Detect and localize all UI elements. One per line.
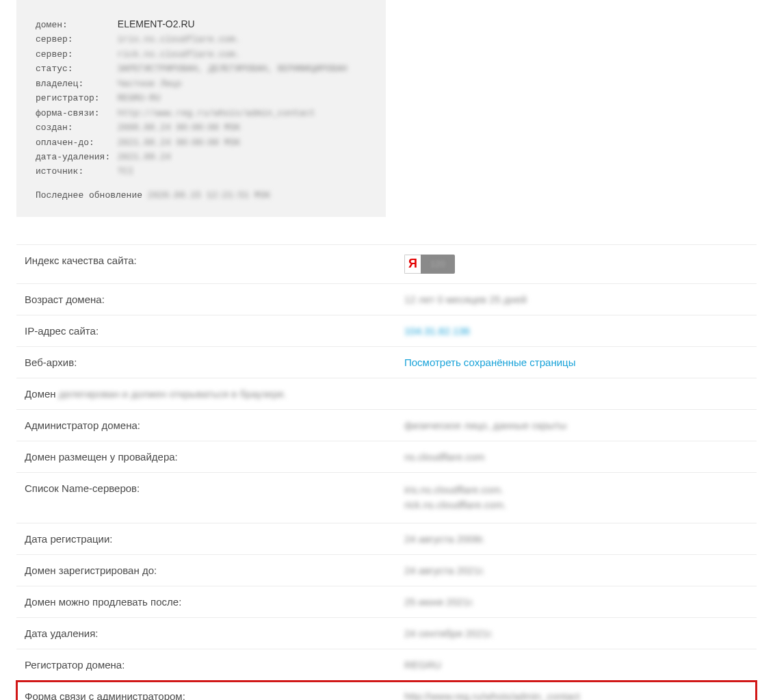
whois-row: статус: ЗАРЕГИСТРИРОВАН, ДЕЛЕГИРОВАН, ВЕ… <box>36 62 367 76</box>
label-renew-after: Домен можно продлевать после: <box>25 596 404 608</box>
label-provider: Домен размещен у провайдера: <box>25 451 404 463</box>
row-nameservers: Список Name-серверов: iris.ns.cloudflare… <box>16 473 757 523</box>
whois-label: сервер: <box>36 47 112 62</box>
whois-row: источник: TCI <box>36 164 367 179</box>
row-registered-until: Домен зарегистрирован до: 24 августа 202… <box>16 555 757 586</box>
whois-label: оплачен-до: <box>36 135 112 150</box>
row-registrar: Регистратор домена: REGRU <box>16 649 757 681</box>
whois-label: создан: <box>36 120 112 135</box>
row-site-quality: Индекс качества сайта: Я 120 <box>16 244 757 284</box>
value-web-archive[interactable]: Посмотреть сохранённые страницы <box>404 357 748 368</box>
whois-value: TCI <box>118 164 133 179</box>
whois-value: http://www.reg.ru/whois/admin_contact <box>118 106 315 120</box>
yandex-score: 120 <box>421 259 455 269</box>
label-domain-age: Возраст домена: <box>25 294 404 305</box>
row-renew-after: Домен можно продлевать после: 25 июня 20… <box>16 586 757 618</box>
label-web-archive: Веб-архив: <box>25 357 404 368</box>
label-registered-until: Домен зарегистрирован до: <box>25 565 404 576</box>
whois-label: домен: <box>36 18 112 32</box>
whois-value-domain: ELEMENT-O2.RU <box>118 16 195 32</box>
delegated-rest: делегирован и должен открываться в брауз… <box>59 388 287 400</box>
whois-update-label: Последнее обновление <box>36 190 142 200</box>
whois-value: REGRU-RU <box>118 91 160 105</box>
yandex-icon: Я <box>404 255 421 274</box>
whois-row: сервер: rick.ns.cloudflare.com. <box>36 47 367 62</box>
label-admin-contact-form: Форма связи с администратором: <box>25 690 404 700</box>
value-registration-date: 24 августа 2008г. <box>404 533 748 545</box>
value-deletion-date: 24 сентября 2021г. <box>404 627 748 639</box>
whois-label: регистратор: <box>36 91 112 105</box>
label-nameservers: Список Name-серверов: <box>25 482 404 494</box>
whois-label: сервер: <box>36 32 112 47</box>
whois-rows: домен: ELEMENT-O2.RU сервер: iris.ns.clo… <box>36 16 367 179</box>
whois-update-value: 2020.09.15 12:21:51 MSK <box>148 190 270 200</box>
row-web-archive: Веб-архив: Посмотреть сохранённые страни… <box>16 347 757 378</box>
row-admin-contact-form: Форма связи с администратором: http://ww… <box>16 681 757 700</box>
whois-value: 2021.08.24 00:00:00 MSK <box>118 135 240 150</box>
whois-row-domain: домен: ELEMENT-O2.RU <box>36 16 367 32</box>
value-nameservers: iris.ns.cloudflare.com. rick.ns.cloudfla… <box>404 482 748 513</box>
row-delegated: Домен делегирован и должен открываться в… <box>16 378 757 410</box>
whois-value: rick.ns.cloudflare.com. <box>118 47 240 62</box>
whois-label: форма-связи: <box>36 106 112 120</box>
label-site-quality: Индекс качества сайта: <box>25 255 404 266</box>
whois-row: форма-связи: http://www.reg.ru/whois/adm… <box>36 106 367 120</box>
value-site-quality: Я 120 <box>404 255 748 274</box>
whois-value: 2008.08.24 00:00:00 MSK <box>118 120 240 135</box>
label-registration-date: Дата регистрации: <box>25 533 404 545</box>
row-domain-age: Возраст домена: 12 лет 0 месяцев 25 дней <box>16 284 757 315</box>
row-registration-date: Дата регистрации: 24 августа 2008г. <box>16 523 757 555</box>
whois-value: ЗАРЕГИСТРИРОВАН, ДЕЛЕГИРОВАН, ВЕРИФИЦИРО… <box>118 62 347 76</box>
whois-row: создан: 2008.08.24 00:00:00 MSK <box>36 120 367 135</box>
whois-label: статус: <box>36 62 112 76</box>
whois-row: сервер: iris.ns.cloudflare.com. <box>36 32 367 47</box>
value-ip-address[interactable]: 104.31.82.136 <box>404 325 748 337</box>
whois-label: владелец: <box>36 77 112 91</box>
value-renew-after: 25 июня 2021г. <box>404 596 748 608</box>
whois-panel: домен: ELEMENT-O2.RU сервер: iris.ns.clo… <box>16 0 386 217</box>
archive-link[interactable]: Посмотреть сохранённые страницы <box>404 357 575 368</box>
row-admin: Администратор домена: физическое лицо, д… <box>16 410 757 441</box>
value-admin: физическое лицо, данные скрыты <box>404 419 748 431</box>
value-registrar: REGRU <box>404 659 748 671</box>
domain-info-list: Индекс качества сайта: Я 120 Возраст дом… <box>16 244 757 700</box>
label-admin: Администратор домена: <box>25 419 404 431</box>
row-ip-address: IP-адрес сайта: 104.31.82.136 <box>16 315 757 347</box>
value-provider: ns.cloudflare.com <box>404 451 748 463</box>
yandex-quality-badge[interactable]: Я 120 <box>404 255 455 274</box>
whois-last-update: Последнее обновление 2020.09.15 12:21:51… <box>36 190 367 200</box>
whois-row: оплачен-до: 2021.08.24 00:00:00 MSK <box>36 135 367 150</box>
row-provider: Домен размещен у провайдера: ns.cloudfla… <box>16 441 757 473</box>
row-deletion-date: Дата удаления: 24 сентября 2021г. <box>16 618 757 649</box>
value-registered-until: 24 августа 2021г. <box>404 565 748 576</box>
whois-label: источник: <box>36 164 112 179</box>
whois-value: 2021.09.24 <box>118 150 171 164</box>
whois-row: регистратор: REGRU-RU <box>36 91 367 105</box>
label-registrar: Регистратор домена: <box>25 659 404 671</box>
whois-row: владелец: Частное Лицо <box>36 77 367 91</box>
label-delegated: Домен делегирован и должен открываться в… <box>25 388 748 400</box>
label-ip-address: IP-адрес сайта: <box>25 325 404 337</box>
whois-value: Частное Лицо <box>118 77 182 91</box>
whois-value: iris.ns.cloudflare.com. <box>118 32 240 47</box>
value-domain-age: 12 лет 0 месяцев 25 дней <box>404 294 748 305</box>
whois-row: дата-удаления: 2021.09.24 <box>36 150 367 164</box>
whois-label: дата-удаления: <box>36 150 112 164</box>
label-deletion-date: Дата удаления: <box>25 627 404 639</box>
value-admin-contact-form: http://www.reg.ru/whois/admin_contact <box>404 690 748 700</box>
